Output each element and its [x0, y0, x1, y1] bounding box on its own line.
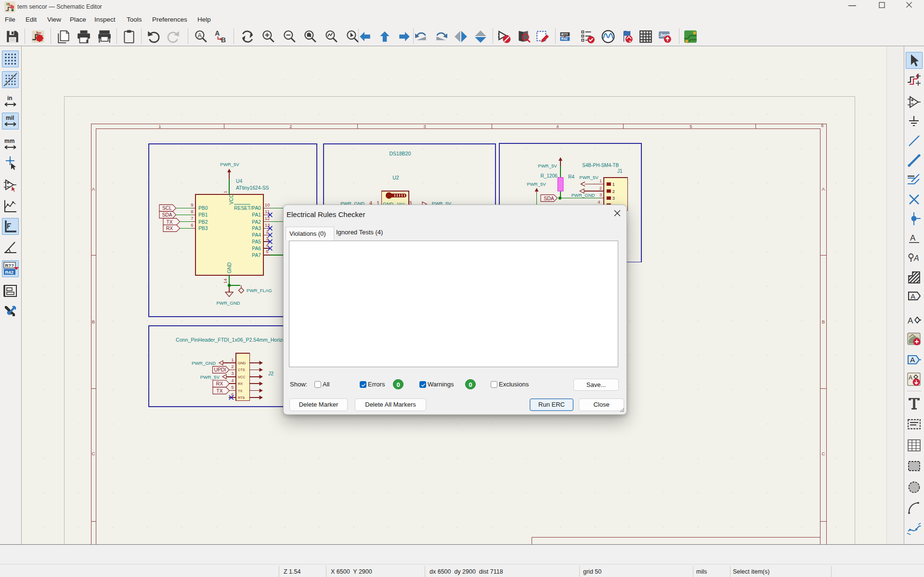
svg-text:2: 2: [231, 364, 234, 369]
svg-text:S4B-PH-SM4-TB: S4B-PH-SM4-TB: [582, 163, 619, 168]
svg-text:3: 3: [231, 371, 234, 376]
svg-text:UPDI: UPDI: [214, 367, 226, 372]
svg-text:R4: R4: [568, 174, 574, 180]
svg-text:9: 9: [191, 202, 193, 207]
svg-text:3: 3: [423, 124, 426, 129]
svg-text:1: 1: [231, 357, 234, 362]
svg-text:2: 2: [612, 189, 615, 194]
svg-text:A: A: [910, 356, 915, 364]
svg-text:PWR_GND: PWR_GND: [571, 192, 595, 198]
svg-text:4: 4: [556, 124, 559, 129]
svg-text:12: 12: [265, 216, 270, 221]
svg-text:U2: U2: [392, 175, 399, 180]
svg-text:PWR_GND: PWR_GND: [192, 360, 216, 366]
svg-text:PA3: PA3: [252, 226, 261, 231]
svg-text:A: A: [910, 233, 916, 243]
svg-text:B: B: [92, 319, 95, 324]
svg-text:SDA: SDA: [162, 212, 172, 218]
svg-text:RX: RX: [238, 382, 243, 386]
svg-text:J1: J1: [617, 168, 623, 174]
svg-text:R_1206: R_1206: [540, 173, 557, 179]
svg-text:PWR_FLAG: PWR_FLAG: [247, 288, 272, 293]
svg-text:J2: J2: [268, 371, 273, 376]
svg-text:PB2: PB2: [198, 219, 208, 225]
svg-text:1: 1: [599, 178, 602, 183]
svg-text:GND: GND: [227, 262, 232, 273]
svg-text:A: A: [913, 254, 919, 262]
svg-text:PB3: PB3: [198, 226, 208, 231]
svg-text:B: B: [822, 319, 825, 324]
svg-text:8: 8: [191, 209, 193, 214]
svg-text:PWR_5V: PWR_5V: [538, 163, 557, 168]
svg-text:A: A: [215, 29, 220, 37]
svg-text:10: 10: [265, 202, 270, 207]
svg-text:mil: mil: [6, 115, 14, 121]
svg-text:4: 4: [231, 378, 234, 383]
svg-text:1: 1: [612, 181, 615, 187]
svg-text:C: C: [822, 451, 825, 456]
svg-text:A: A: [822, 186, 825, 192]
svg-text:A: A: [911, 292, 915, 300]
svg-text:PWR_GND: PWR_GND: [216, 300, 240, 306]
svg-text:SCL: SCL: [162, 205, 172, 211]
svg-text:6: 6: [191, 222, 193, 228]
svg-text:A: A: [909, 374, 912, 381]
svg-text:RX: RX: [216, 381, 223, 386]
svg-text:PA6: PA6: [252, 246, 261, 251]
svg-text:1: 1: [222, 191, 228, 193]
svg-text:TX: TX: [166, 219, 172, 225]
svg-text:mm: mm: [4, 138, 14, 144]
svg-text:GND: GND: [238, 361, 246, 365]
svg-text:TX: TX: [216, 388, 222, 394]
svg-text:PB0: PB0: [198, 205, 208, 211]
svg-text:R??: R??: [561, 33, 568, 37]
svg-text:PB1: PB1: [198, 212, 208, 218]
svg-text:PA4: PA4: [252, 232, 261, 238]
svg-text:VCC: VCC: [238, 375, 245, 379]
svg-text:14: 14: [222, 279, 228, 284]
svg-text:2: 2: [599, 185, 602, 191]
svg-text:RX: RX: [166, 226, 173, 231]
svg-text:R??: R??: [5, 262, 14, 268]
svg-text:6: 6: [821, 123, 823, 128]
svg-text:ATtiny1624-SS: ATtiny1624-SS: [236, 185, 269, 191]
svg-text:A: A: [908, 316, 913, 325]
svg-text:R42: R42: [5, 269, 13, 274]
svg-text:VCC: VCC: [229, 194, 234, 205]
svg-text:PWR_5V: PWR_5V: [527, 181, 546, 187]
svg-text:5: 5: [231, 385, 234, 390]
svg-text:2: 2: [289, 124, 292, 129]
svg-text:PA1: PA1: [252, 212, 261, 218]
svg-text:R42: R42: [561, 38, 568, 41]
svg-text:PWR_5V: PWR_5V: [200, 374, 220, 380]
svg-text:U4: U4: [236, 179, 242, 184]
svg-text:PA5: PA5: [252, 239, 261, 244]
svg-text:PA2: PA2: [252, 219, 261, 225]
svg-text:RTS: RTS: [238, 396, 245, 400]
svg-text:1: 1: [158, 124, 161, 129]
svg-text:PWR_5V: PWR_5V: [579, 175, 599, 180]
svg-text:CTS: CTS: [238, 368, 245, 372]
svg-text:4: 4: [598, 199, 600, 205]
svg-text:B: B: [221, 36, 226, 44]
svg-text:C: C: [92, 451, 95, 456]
svg-text:PA7: PA7: [252, 253, 261, 258]
svg-text:RESET/PA0: RESET/PA0: [234, 205, 261, 211]
svg-text:SDA: SDA: [544, 195, 554, 201]
svg-text:PWR_5V: PWR_5V: [220, 162, 239, 167]
svg-text:TX: TX: [238, 389, 242, 393]
svg-text:3: 3: [612, 195, 615, 201]
svg-text:7: 7: [191, 216, 193, 221]
svg-text:DS18B20: DS18B20: [390, 151, 411, 156]
svg-text:A: A: [198, 32, 202, 39]
svg-text:5: 5: [690, 124, 692, 129]
svg-text:in: in: [7, 95, 13, 102]
svg-text:A: A: [92, 186, 95, 192]
svg-text:Conn_PinHeader_FTDI_1x06_P2.54: Conn_PinHeader_FTDI_1x06_P2.54mm_Horizon…: [176, 337, 293, 343]
svg-text:3: 3: [599, 192, 602, 197]
